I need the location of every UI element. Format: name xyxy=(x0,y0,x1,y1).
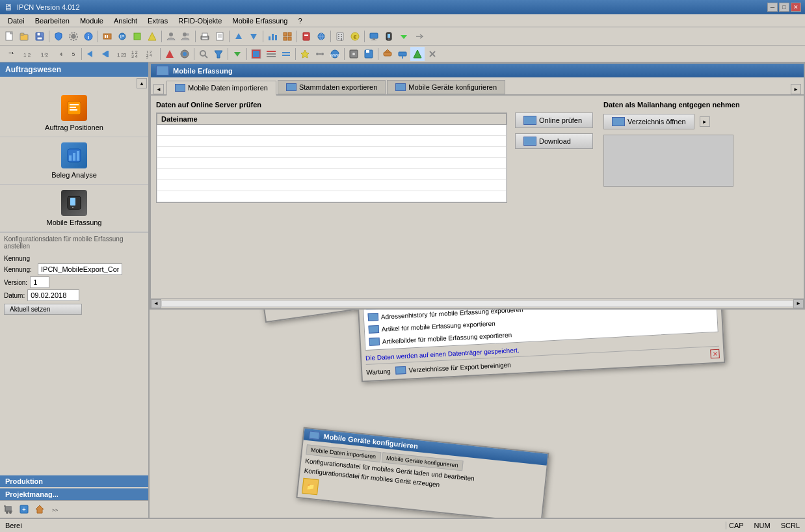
menu-extras[interactable]: Extras xyxy=(142,16,173,26)
tb-disk[interactable] xyxy=(347,47,361,61)
tb-search[interactable] xyxy=(196,47,211,61)
svg-marker-72 xyxy=(166,50,174,58)
tb-num-3[interactable]: 1 23 4 xyxy=(38,47,55,61)
svg-text:1 2: 1 2 xyxy=(23,52,31,58)
tb-person[interactable] xyxy=(164,29,178,44)
tb-open[interactable] xyxy=(18,29,32,44)
scroll-right-btn[interactable]: ► xyxy=(793,299,804,308)
close-button[interactable]: ✕ xyxy=(791,3,801,12)
tb-arrow-up[interactable] xyxy=(231,29,246,44)
tb-waves[interactable] xyxy=(279,47,293,61)
tb-calc[interactable] xyxy=(333,29,347,44)
online-section-title: Daten auf Online Server prüfen xyxy=(156,101,593,109)
horizontal-scrollbar[interactable]: ◄ ► xyxy=(151,298,804,308)
tb-grid[interactable] xyxy=(280,29,295,44)
folder-open-icon[interactable]: 📁 xyxy=(302,478,319,495)
tb-print[interactable] xyxy=(198,29,212,44)
tb-color-swatch[interactable] xyxy=(249,47,263,61)
tb-info[interactable]: i xyxy=(81,29,96,44)
tb-camera[interactable] xyxy=(178,47,192,61)
tb-extra4[interactable] xyxy=(425,47,440,61)
tb-monitor[interactable] xyxy=(367,29,381,44)
sidebar-section-produktion[interactable]: Produktion xyxy=(0,475,148,487)
toolbar-sep-2e xyxy=(246,48,247,60)
tb-btn-3[interactable] xyxy=(100,29,114,44)
tb-extra2[interactable] xyxy=(395,47,410,61)
tb-connect[interactable] xyxy=(313,47,327,61)
menu-module[interactable]: Module xyxy=(75,16,109,26)
download-button[interactable]: Download xyxy=(515,133,593,149)
tb-save[interactable] xyxy=(33,29,47,44)
tb-extra1[interactable] xyxy=(380,47,395,61)
tb-globe2[interactable]: www xyxy=(328,47,342,61)
menu-mobile[interactable]: Mobile Erfassung xyxy=(228,16,293,26)
tb-btn-6[interactable] xyxy=(145,29,159,44)
datum-value[interactable] xyxy=(27,289,79,301)
tb-phone[interactable] xyxy=(382,29,396,44)
minimize-button[interactable]: ─ xyxy=(767,3,778,12)
sidebar-cart-icon[interactable] xyxy=(1,502,16,516)
tb-nav-1[interactable] xyxy=(84,47,98,61)
tb-extra3[interactable] xyxy=(410,47,425,61)
sidebar-house-icon[interactable] xyxy=(33,502,47,516)
delete-button[interactable]: ✕ xyxy=(710,349,720,359)
sidebar-item-mobile[interactable]: Mobile Erfassung xyxy=(0,185,148,232)
tb-globe[interactable] xyxy=(314,29,328,44)
sidebar-scroll-up[interactable]: ▲ xyxy=(137,78,147,88)
tb-chart[interactable] xyxy=(265,29,280,44)
tb-nav-4[interactable]: 1 23 4 xyxy=(129,47,143,61)
tab-configure[interactable]: Mobile Geräte konfigurieren xyxy=(387,80,505,94)
sidebar-add-icon[interactable]: + xyxy=(17,502,31,516)
sidebar-item-beleg[interactable]: Beleg Analyse xyxy=(0,137,148,185)
tb-people[interactable] xyxy=(179,29,193,44)
tb-floppy[interactable] xyxy=(362,47,376,61)
tb-arrow-down[interactable] xyxy=(246,29,261,44)
tb-nav-5[interactable]: 1 23 45 xyxy=(144,47,158,61)
tb-arrow-green-dn[interactable] xyxy=(230,47,244,61)
sidebar-section-projekt[interactable]: Projektmanag... xyxy=(0,488,148,500)
menu-help[interactable]: ? xyxy=(293,16,308,26)
tb-btn-5[interactable] xyxy=(130,29,144,44)
menu-bearbeiten[interactable]: Bearbeiten xyxy=(30,16,75,26)
content-scroll-right[interactable]: ► xyxy=(700,116,710,127)
tb-nav-3[interactable]: 123 xyxy=(114,47,128,61)
verzeichnis-button[interactable]: Verzeichnis öffnen xyxy=(603,114,694,129)
tb-btn-4[interactable]: IP xyxy=(115,29,129,44)
scroll-left-btn[interactable]: ◄ xyxy=(151,299,161,308)
tb-num-1[interactable]: ⁻¹ xyxy=(3,47,20,61)
toolbar-sep-1 xyxy=(49,31,49,42)
tb-euro[interactable]: € xyxy=(348,29,362,44)
tb-num-2[interactable]: 1 2 xyxy=(20,47,37,61)
sidebar-item-auftrag[interactable]: Auftrag Positionen xyxy=(0,90,148,137)
tb-green-down[interactable] xyxy=(397,29,411,44)
window-controls[interactable]: ─ □ ✕ xyxy=(767,3,801,12)
menu-rfid[interactable]: RFID-Objekte xyxy=(173,16,227,26)
tb-star[interactable] xyxy=(298,47,312,61)
menu-datei[interactable]: Datei xyxy=(3,16,30,26)
menu-ansicht[interactable]: Ansicht xyxy=(109,16,142,26)
tb-book[interactable] xyxy=(299,29,313,44)
tb-lines[interactable] xyxy=(264,47,278,61)
tab-scroll-right[interactable]: ► xyxy=(791,84,801,94)
tb-nav-2[interactable] xyxy=(99,47,113,61)
tb-num-4[interactable]: 4 xyxy=(55,47,67,61)
tb-num-5[interactable]: 5 xyxy=(68,47,79,61)
tb-gear[interactable] xyxy=(66,29,81,44)
tb-shield[interactable] xyxy=(51,29,66,44)
maximize-button[interactable]: □ xyxy=(779,3,789,12)
kennung-value[interactable] xyxy=(38,263,122,275)
tb-new[interactable] xyxy=(3,29,17,44)
tb-red-arrow[interactable] xyxy=(163,47,177,61)
tab-export[interactable]: Stammdaten exportieren xyxy=(278,80,386,94)
online-pruefen-button[interactable]: Online prüfen xyxy=(515,113,593,128)
sidebar-expand-icon[interactable]: >> xyxy=(48,502,62,516)
tb-filter[interactable] xyxy=(211,47,226,61)
tab-import[interactable]: Mobile Daten importieren xyxy=(166,81,276,96)
aktuell-setzen-button[interactable]: Aktuell setzen xyxy=(4,304,82,315)
version-value[interactable] xyxy=(30,276,49,288)
tb-report[interactable] xyxy=(213,29,227,44)
tb-arrows[interactable] xyxy=(412,29,426,44)
tab-scroll-left[interactable]: ◄ xyxy=(153,84,164,94)
svg-rect-38 xyxy=(304,35,308,36)
table-row-5 xyxy=(157,169,507,180)
